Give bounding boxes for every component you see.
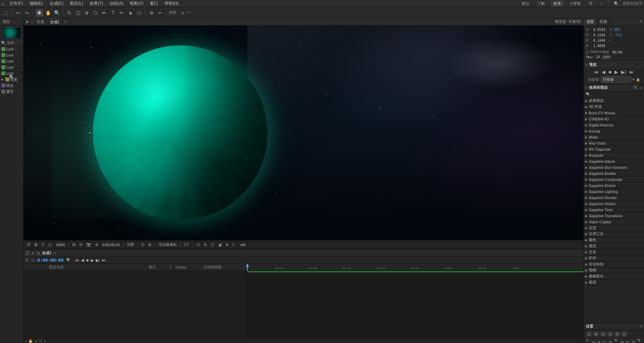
tl-play-next[interactable]: ▶| bbox=[96, 258, 100, 263]
menu-item-effects[interactable]: 效果(T) bbox=[88, 0, 104, 7]
comp-expand-icon[interactable]: ▶ bbox=[26, 20, 29, 24]
effects-library-tab[interactable]: 库 bbox=[634, 85, 637, 90]
effect-category-21[interactable]: ▶过渡 bbox=[584, 225, 644, 231]
comp-menu-btn[interactable]: ≡ bbox=[53, 251, 55, 255]
effect-category-27[interactable]: ▶合金粒粒 bbox=[584, 261, 644, 267]
dist-num[interactable]: 0 bbox=[607, 340, 613, 343]
comp-tab-home[interactable]: 合成 bbox=[35, 18, 45, 25]
anchor-tool[interactable]: ⊕ bbox=[83, 9, 90, 16]
close-panel-btn[interactable]: ⊠ bbox=[33, 242, 39, 247]
tl-play-btn[interactable]: ▶ bbox=[91, 258, 94, 263]
effect-category-29[interactable]: ▶模糊柔化 bbox=[584, 273, 644, 279]
effect-category-13[interactable]: ▶Sapphire Composite bbox=[584, 177, 644, 183]
text-tool[interactable]: T bbox=[109, 9, 117, 16]
full-res-btn[interactable]: 完整 bbox=[125, 241, 135, 248]
redo-btn[interactable]: ↪ bbox=[23, 9, 31, 16]
home-icon[interactable]: ⌂ bbox=[1, 1, 4, 6]
hand-tool[interactable]: ✋ bbox=[44, 9, 52, 16]
comp-tab-name[interactable]: 合成1 bbox=[48, 18, 62, 25]
tab-audio[interactable]: 音频 bbox=[597, 18, 610, 25]
menu-item-layer[interactable]: 图层(L) bbox=[69, 0, 84, 7]
shape-tool[interactable]: ⬡ bbox=[92, 9, 99, 16]
project-item-3[interactable]: Lool bbox=[0, 58, 23, 64]
effect-category-24[interactable]: ▶视觉 bbox=[584, 243, 644, 249]
effect-category-19[interactable]: ▶Sapphire Transitions bbox=[584, 213, 644, 219]
snapshot-btn[interactable]: ⊡ bbox=[40, 242, 46, 247]
prev-first[interactable]: ⏮ bbox=[593, 69, 600, 75]
menu-item-edit[interactable]: 编辑(E) bbox=[28, 0, 44, 7]
align-center-v-btn[interactable]: ⊟ bbox=[614, 331, 620, 337]
reset-view-btn[interactable]: ⊟ bbox=[202, 242, 208, 247]
region-btn[interactable]: ⊡ bbox=[140, 242, 146, 247]
library-btn[interactable]: 库 bbox=[587, 0, 595, 7]
dist-num-v[interactable]: 0 bbox=[631, 340, 636, 343]
zoom-tool[interactable]: 🔍 bbox=[53, 9, 61, 16]
effect-category-10[interactable]: ▶Sapphire Adjust bbox=[584, 158, 644, 164]
toggle-mask-btn[interactable]: ⊕ bbox=[94, 242, 99, 247]
timeline-panel-icon[interactable]: ☰ bbox=[26, 251, 29, 256]
project-item-2[interactable]: Lool bbox=[0, 52, 23, 58]
effect-category-11[interactable]: ▶Sapphire Blur+Sharpen bbox=[584, 164, 644, 170]
pen-tool[interactable]: ✒ bbox=[100, 9, 108, 16]
effect-category-5[interactable]: ▶Keying bbox=[584, 128, 644, 134]
tl-time-stretch-right[interactable]: ▷ bbox=[40, 339, 42, 343]
toggle-grid-btn[interactable]: ⊞ bbox=[147, 242, 153, 247]
help-btn[interactable]: 了解 bbox=[535, 0, 547, 7]
selection-tool[interactable]: ✥ bbox=[36, 9, 43, 16]
timeline-more-icon[interactable]: ⊟ bbox=[37, 251, 40, 256]
effect-category-17[interactable]: ▶Sapphire Stylize bbox=[584, 201, 644, 207]
effect-category-6[interactable]: ▶Matte bbox=[584, 134, 644, 140]
align-left-btn[interactable]: ◫ bbox=[586, 331, 592, 337]
panel-menu-btn[interactable]: ☰ bbox=[26, 242, 32, 247]
undo-btn[interactable]: ↩ bbox=[14, 9, 22, 16]
menu-item-window[interactable]: 窗口 bbox=[149, 0, 159, 7]
search-ae-input[interactable]: 搜索AE助手 bbox=[623, 1, 643, 6]
effect-category-30[interactable]: ▶模拟 bbox=[584, 279, 644, 285]
dist-bottom-btn[interactable]: ◰ bbox=[625, 340, 630, 343]
transparency-btn[interactable]: ◪ bbox=[217, 242, 223, 247]
prev-back[interactable]: ◀ bbox=[601, 69, 606, 75]
tl-controls-icon[interactable]: ⊟ bbox=[26, 258, 29, 262]
tl-play-stop[interactable]: ■ bbox=[86, 258, 88, 263]
effect-category-18[interactable]: ▶Sapphire Time bbox=[584, 207, 644, 213]
effect-category-26[interactable]: ▶时间 bbox=[584, 255, 644, 261]
menu-item-view[interactable]: 视图(V) bbox=[128, 0, 145, 7]
effect-category-22[interactable]: ▶实用工具 bbox=[584, 231, 644, 237]
brush-tool[interactable]: ✏ bbox=[118, 9, 125, 16]
camera-tool[interactable]: ◫ bbox=[74, 9, 82, 16]
dist-h-btn[interactable]: ⊞ bbox=[597, 340, 601, 343]
comp-flow-btn[interactable]: ⊡ bbox=[195, 242, 201, 247]
tl-search-icon[interactable]: 🔍 bbox=[66, 258, 71, 262]
prev-last[interactable]: ⏭ bbox=[628, 69, 635, 75]
tl-play-first[interactable]: ⏮ bbox=[75, 258, 79, 263]
reset-btn[interactable]: 默认 bbox=[520, 0, 531, 7]
effects-menu[interactable]: » bbox=[640, 86, 642, 90]
zoom-value[interactable]: 100% bbox=[54, 243, 67, 247]
align-top-btn[interactable]: ◫ bbox=[607, 331, 613, 337]
tl-zoom-minus[interactable]: - bbox=[26, 339, 27, 343]
screenshot-btn[interactable]: 📷 bbox=[85, 242, 92, 247]
effect-category-9[interactable]: ▶Rowbyte bbox=[584, 152, 644, 158]
effect-category-2[interactable]: ▶Boris FX Mocha bbox=[584, 110, 644, 116]
dist-right-btn[interactable]: ◱ bbox=[602, 340, 607, 343]
effect-category-7[interactable]: ▶Red Giant bbox=[584, 140, 644, 146]
fit-comp-btn[interactable]: ⊞ bbox=[71, 242, 77, 247]
align-right-btn[interactable]: ◱ bbox=[600, 331, 606, 337]
toolbar-expand[interactable]: » bbox=[599, 1, 603, 6]
timeline-close-icon[interactable]: ✕ bbox=[31, 251, 35, 256]
playhead[interactable] bbox=[247, 264, 248, 271]
project-tab[interactable]: 项目 bbox=[1, 18, 11, 25]
roto-tool[interactable]: ⊛ bbox=[148, 9, 155, 16]
effect-category-1[interactable]: ▶3D 声道 bbox=[584, 104, 644, 110]
small-screen-btn[interactable]: 小屏幕 bbox=[568, 0, 583, 7]
comp-menu-icon[interactable]: ≡ bbox=[64, 20, 66, 24]
camera-select[interactable]: 活动摄像机 bbox=[157, 241, 178, 248]
tl-zoom-plus[interactable]: + bbox=[44, 339, 46, 343]
align-bottom-btn[interactable]: ◰ bbox=[621, 331, 627, 337]
tab-info[interactable]: 信息 bbox=[584, 18, 597, 25]
menu-item-help[interactable]: 帮助(H) bbox=[163, 0, 180, 7]
tab-panel-menu[interactable]: ≡ bbox=[638, 18, 644, 25]
pixel-aspect-btn[interactable]: ⊕ bbox=[224, 242, 230, 247]
render-tab[interactable]: 重染器 bbox=[555, 19, 566, 24]
work-area-bar[interactable] bbox=[247, 271, 583, 272]
